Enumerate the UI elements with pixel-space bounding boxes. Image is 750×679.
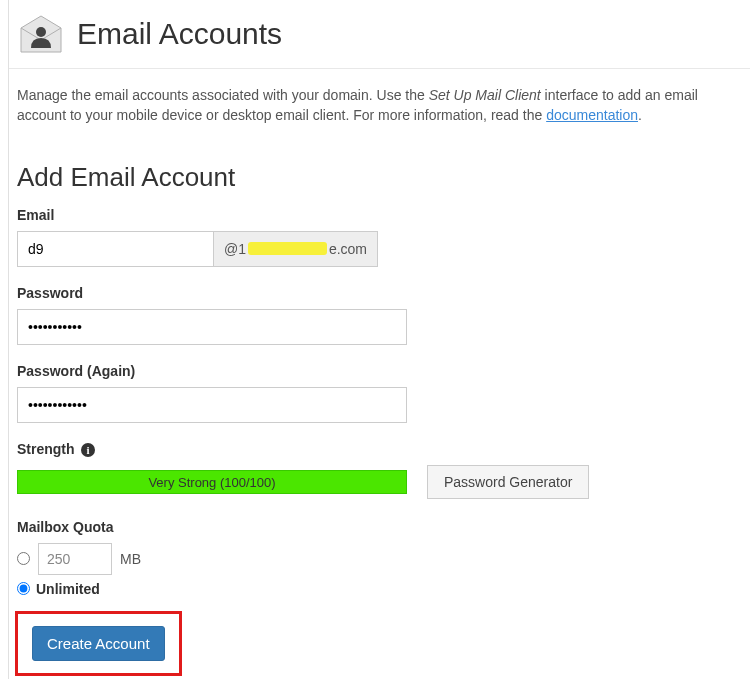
page-description: Manage the email accounts associated wit… xyxy=(9,85,750,126)
strength-label: Strength i xyxy=(17,441,742,457)
create-highlight: Create Account xyxy=(15,611,182,676)
email-label: Email xyxy=(17,207,742,223)
quota-unit: MB xyxy=(120,551,141,567)
password-again-input[interactable] xyxy=(17,387,407,423)
password-again-label: Password (Again) xyxy=(17,363,742,379)
svg-point-0 xyxy=(36,27,46,37)
quota-unlimited-label: Unlimited xyxy=(36,581,100,597)
quota-label: Mailbox Quota xyxy=(17,519,742,535)
svg-text:i: i xyxy=(87,444,90,456)
redacted-domain xyxy=(248,242,327,255)
page-title: Email Accounts xyxy=(77,17,282,51)
password-input[interactable] xyxy=(17,309,407,345)
page-header: Email Accounts xyxy=(9,0,750,69)
envelope-icon xyxy=(17,14,65,54)
quota-input[interactable] xyxy=(38,543,112,575)
password-generator-button[interactable]: Password Generator xyxy=(427,465,589,499)
email-input[interactable] xyxy=(17,231,213,267)
strength-meter: Very Strong (100/100) xyxy=(17,470,407,494)
email-domain-addon: @1 e.com xyxy=(213,231,378,267)
section-title: Add Email Account xyxy=(9,162,750,193)
info-icon[interactable]: i xyxy=(81,443,95,457)
password-label: Password xyxy=(17,285,742,301)
email-row: @1 e.com xyxy=(17,231,377,267)
documentation-link[interactable]: documentation xyxy=(546,107,638,123)
create-account-button[interactable]: Create Account xyxy=(32,626,165,661)
quota-custom-radio[interactable] xyxy=(17,552,30,565)
quota-unlimited-radio[interactable] xyxy=(17,582,30,595)
